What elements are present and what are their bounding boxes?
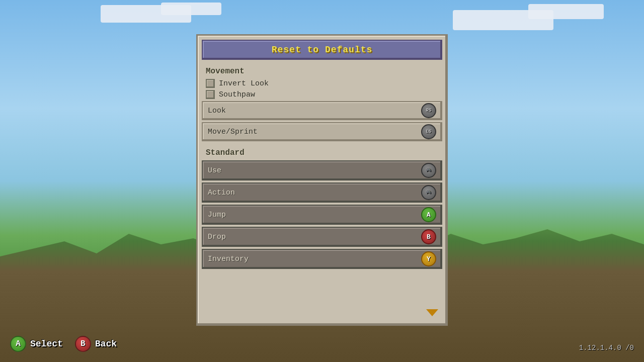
scroll-down-indicator[interactable]: [422, 305, 442, 320]
look-badge: RS: [421, 103, 436, 118]
look-label: Look: [208, 107, 226, 115]
inventory-control[interactable]: Inventory Y: [202, 249, 442, 269]
invert-look-row: Invert Look: [206, 79, 438, 88]
use-control[interactable]: Use 🎮: [202, 160, 442, 180]
select-label: Select: [30, 339, 63, 349]
back-badge: B: [75, 336, 91, 352]
jump-badge: A: [421, 207, 436, 222]
action-control[interactable]: Action 🎮: [202, 183, 442, 203]
move-sprint-control[interactable]: Move/Sprint LS: [202, 122, 442, 141]
southpaw-label: Southpaw: [219, 90, 255, 99]
bottom-hud: A Select B Back: [10, 336, 117, 352]
use-label: Use: [208, 166, 221, 175]
jump-label: Jump: [208, 211, 226, 219]
dialog-title: Reset to Defaults: [272, 45, 373, 55]
look-badge-text: RS: [426, 109, 432, 113]
move-sprint-badge-text: LS: [426, 130, 432, 134]
select-badge: A: [10, 336, 26, 352]
drop-control[interactable]: Drop B: [202, 227, 442, 247]
hud-select-button[interactable]: A Select: [10, 336, 63, 352]
inventory-label: Inventory: [208, 255, 249, 263]
scroll-down-arrow: [426, 309, 438, 316]
drop-label: Drop: [208, 233, 226, 241]
southpaw-checkbox[interactable]: [206, 90, 215, 99]
drop-badge: B: [421, 229, 436, 244]
select-badge-label: A: [16, 339, 21, 348]
cloud-2: [161, 3, 221, 15]
move-sprint-badge: LS: [421, 124, 436, 139]
jump-control[interactable]: Jump A: [202, 205, 442, 225]
inventory-badge-text: Y: [427, 255, 431, 263]
invert-look-checkbox[interactable]: [206, 79, 215, 88]
drop-badge-text: B: [427, 233, 431, 241]
use-badge-text: 🎮: [426, 168, 431, 172]
dialog-panel: Reset to Defaults Movement Invert Look S…: [196, 34, 448, 326]
action-badge: 🎮: [421, 185, 436, 200]
jump-badge-text: A: [427, 211, 431, 219]
back-label: Back: [95, 339, 117, 349]
version-text: 1.12.1.4.0 /0: [579, 344, 634, 352]
hud-back-button[interactable]: B Back: [75, 336, 117, 352]
move-sprint-label: Move/Sprint: [208, 128, 258, 136]
standard-section-label: Standard: [206, 148, 438, 157]
look-control[interactable]: Look RS: [202, 101, 442, 120]
invert-look-label: Invert Look: [219, 79, 269, 88]
action-badge-text: 🎮: [426, 191, 431, 195]
inventory-badge: Y: [421, 251, 436, 266]
action-label: Action: [208, 189, 235, 197]
back-badge-label: B: [80, 339, 86, 348]
southpaw-row: Southpaw: [206, 90, 438, 99]
use-badge: 🎮: [421, 163, 436, 178]
reset-defaults-button[interactable]: Reset to Defaults: [202, 40, 442, 60]
cloud-4: [528, 4, 604, 19]
movement-section-label: Movement: [206, 67, 438, 76]
